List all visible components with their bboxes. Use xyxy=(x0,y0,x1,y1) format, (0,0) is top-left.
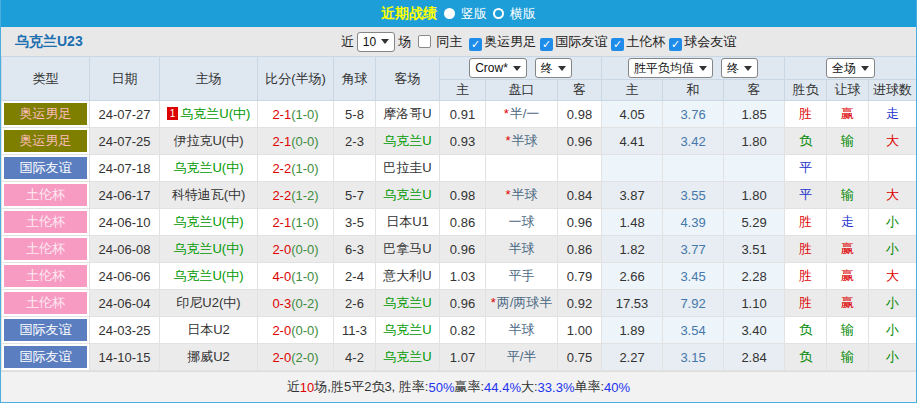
goals-result: 走 xyxy=(869,101,917,128)
match-date: 24-07-18 xyxy=(90,155,160,182)
competition-type: 土伦杯 xyxy=(2,263,90,290)
competition-type: 国际友谊 xyxy=(2,155,90,182)
score: 4-0(1-0) xyxy=(258,263,334,290)
match-result: 负 xyxy=(785,317,827,344)
goals-result xyxy=(869,155,917,182)
handicap-result: 赢 xyxy=(827,263,869,290)
handicap-line: 半球 xyxy=(486,236,558,263)
competition-type: 奥运男足 xyxy=(2,128,90,155)
away-team: 意大利U xyxy=(376,263,440,290)
sub-header-handicap-home: 主 xyxy=(440,80,486,101)
odds-time-select-1[interactable]: 终 xyxy=(535,58,572,78)
match-date: 24-06-08 xyxy=(90,236,160,263)
match-row: 国际友谊24-07-18乌克兰U(中)2-2(1-0)巴拉圭U平 xyxy=(2,155,917,182)
col-header-score: 比分(半场) xyxy=(258,57,334,101)
avg-away-odds: 3.40 xyxy=(724,317,785,344)
col-header-home: 主场 xyxy=(160,57,258,101)
handicap-away-odds: 0.92 xyxy=(558,290,602,317)
avg-home-odds: 4.05 xyxy=(602,101,663,128)
avg-draw-odds: 3.45 xyxy=(663,263,724,290)
match-row: 土伦杯24-06-17科特迪瓦(中)2-2(1-2)5-7乌克兰U0.98*半球… xyxy=(2,182,917,209)
corner-kicks: 2-6 xyxy=(334,290,376,317)
competition-checkbox-label: 国际友谊 xyxy=(555,34,607,49)
home-team: 挪威U2 xyxy=(160,344,258,371)
chevron-down-icon xyxy=(744,66,752,71)
competition-type: 国际友谊 xyxy=(2,317,90,344)
avg-away-odds: 1.80 xyxy=(724,182,785,209)
handicap-away-odds: 1.00 xyxy=(558,317,602,344)
competition-checkbox-3[interactable]: ✓ xyxy=(669,38,682,51)
handicap-result: 输 xyxy=(827,317,869,344)
corner-kicks: 11-3 xyxy=(334,317,376,344)
corner-kicks: 2-4 xyxy=(334,263,376,290)
summary-bar: 近10场,胜5平2负3, 胜率:50% 赢率:44.4% 大:33.3% 单率:… xyxy=(1,371,916,402)
recent-results-panel: 近期战绩 竖版 横版 乌克兰U23 近 10 场 同主 ✓奥运男足✓国际友谊✓土… xyxy=(0,0,917,403)
goals-result: 小 xyxy=(869,209,917,236)
away-team: 巴拿马U xyxy=(376,236,440,263)
sub-header-avg-away: 客 xyxy=(724,80,785,101)
vertical-radio-label[interactable]: 竖版 xyxy=(461,5,487,23)
away-team: 摩洛哥U xyxy=(376,101,440,128)
corner-kicks: 6-3 xyxy=(334,236,376,263)
corner-kicks: 5-8 xyxy=(334,101,376,128)
handicap-result: 走 xyxy=(827,209,869,236)
competition-type: 土伦杯 xyxy=(2,182,90,209)
match-date: 24-06-10 xyxy=(90,209,160,236)
table-header-row-1: 类型 日期 主场 比分(半场) 角球 客场 Crow* 终 胜平负均值 终 xyxy=(2,57,917,80)
avg-draw-odds: 3.42 xyxy=(663,128,724,155)
handicap-away-odds: 0.84 xyxy=(558,182,602,209)
match-result: 胜 xyxy=(785,209,827,236)
corner-kicks: 5-7 xyxy=(334,182,376,209)
handicap-result: 赢 xyxy=(827,236,869,263)
avg-away-odds: 1.80 xyxy=(724,128,785,155)
away-team: 乌克兰U xyxy=(376,344,440,371)
horizontal-radio-label[interactable]: 横版 xyxy=(510,5,536,23)
home-team: 伊拉克U(中) xyxy=(160,128,258,155)
competition-checkbox-label: 球会友谊 xyxy=(684,34,736,49)
col-header-date: 日期 xyxy=(90,57,160,101)
sub-header-goals: 进球数 xyxy=(869,80,917,101)
rank-badge: 1 xyxy=(167,107,179,120)
handicap-result: 输 xyxy=(827,182,869,209)
goals-result: 小 xyxy=(869,317,917,344)
handicap-home-odds: 0.96 xyxy=(440,290,486,317)
home-team: 乌克兰U(中) xyxy=(160,236,258,263)
col-header-corner: 角球 xyxy=(334,57,376,101)
away-team: 乌克兰U xyxy=(376,317,440,344)
avg-home-odds: 1.48 xyxy=(602,209,663,236)
team-title: 乌克兰U23 xyxy=(15,33,83,51)
competition-checkbox-2[interactable]: ✓ xyxy=(611,38,624,51)
odds-time-select-2[interactable]: 终 xyxy=(721,58,758,78)
summary-segment: 场,胜5平2负3, 胜率: xyxy=(314,378,428,396)
avg-odds-select[interactable]: 胜平负均值 xyxy=(628,58,713,78)
match-result: 胜 xyxy=(785,263,827,290)
corner-kicks: 3-5 xyxy=(334,209,376,236)
home-team: 1乌克兰U(中) xyxy=(160,101,258,128)
competition-checkbox-0[interactable]: ✓ xyxy=(469,38,482,51)
handicap-away-odds: 0.98 xyxy=(558,101,602,128)
match-date: 24-06-06 xyxy=(90,263,160,290)
handicap-line: *半/一 xyxy=(486,101,558,128)
avg-away-odds: 3.51 xyxy=(724,236,785,263)
goals-result: 小 xyxy=(869,344,917,371)
match-result: 平 xyxy=(785,182,827,209)
handicap-home-odds xyxy=(440,155,486,182)
sub-header-avg-draw: 和 xyxy=(663,80,724,101)
competition-checkbox-1[interactable]: ✓ xyxy=(540,38,553,51)
match-row: 奥运男足24-07-271乌克兰U(中)2-1(1-0)5-8摩洛哥U0.91*… xyxy=(2,101,917,128)
results-table: 类型 日期 主场 比分(半场) 角球 客场 Crow* 终 胜平负均值 终 xyxy=(1,56,917,371)
col-header-type: 类型 xyxy=(2,57,90,101)
recent-count-select[interactable]: 10 xyxy=(357,32,395,52)
same-home-checkbox[interactable] xyxy=(418,35,431,48)
handicap-line xyxy=(486,155,558,182)
corner-kicks xyxy=(334,155,376,182)
score: 0-3(0-2) xyxy=(258,290,334,317)
goals-result: 大 xyxy=(869,128,917,155)
horizontal-radio-icon[interactable] xyxy=(493,8,504,19)
summary-segment: 近 xyxy=(287,378,300,396)
competition-checkbox-group: ✓奥运男足✓国际友谊✓土伦杯✓球会友谊 xyxy=(465,33,736,51)
competition-checkbox-label: 土伦杯 xyxy=(626,34,665,49)
scope-select[interactable]: 全场 xyxy=(826,58,875,78)
vertical-radio-selected-icon[interactable] xyxy=(444,8,455,19)
odds-company-select[interactable]: Crow* xyxy=(469,58,527,78)
